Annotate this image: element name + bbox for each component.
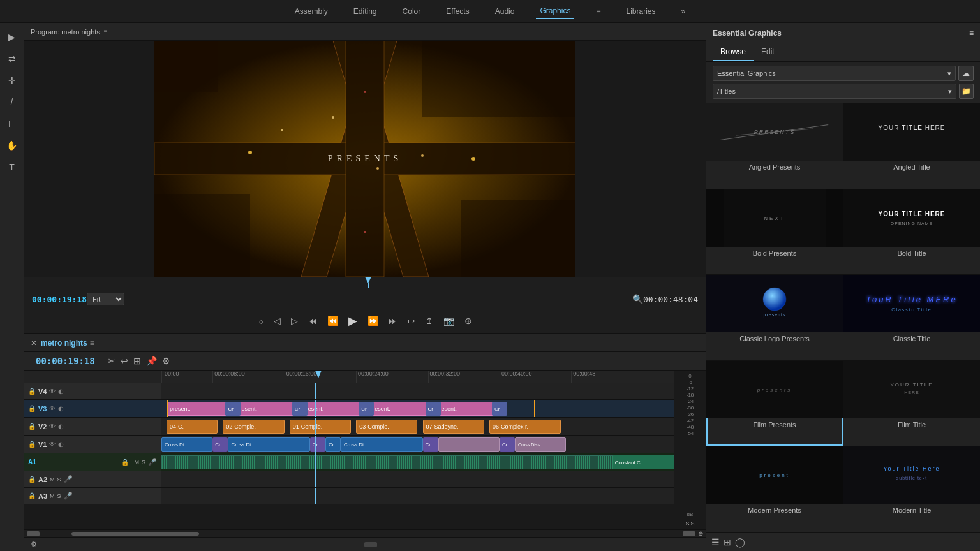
ripple-delete-tool[interactable]: ✂ bbox=[108, 356, 115, 366]
folder-icon[interactable]: 📁 bbox=[959, 84, 974, 99]
template-angled-presents[interactable]: PRESENTS Angled Presents bbox=[706, 103, 843, 189]
template-modern-title[interactable]: Your Title Here subtitle text Modern Tit… bbox=[843, 446, 980, 532]
v1-cr-3[interactable]: Cr bbox=[423, 437, 438, 452]
step-back[interactable]: ⏪ bbox=[325, 314, 341, 327]
razor-tool[interactable]: / bbox=[3, 93, 21, 111]
insert-button[interactable]: ↦ bbox=[405, 314, 418, 327]
export-frame[interactable]: 📷 bbox=[441, 314, 457, 327]
v1-cr-4[interactable]: Cr bbox=[500, 437, 515, 452]
go-to-out[interactable]: ⏭ bbox=[386, 314, 400, 327]
v3-content[interactable]: present. present. present. present. pres… bbox=[161, 400, 674, 417]
v2-content[interactable]: 04-C. 02-Comple. 01-Comple. 03-Comple. 0… bbox=[161, 418, 674, 435]
v2-clip-1[interactable]: 04-C. bbox=[167, 420, 218, 434]
cloud-icon[interactable]: ☁ bbox=[958, 66, 974, 81]
v3-cr-2[interactable]: Cr bbox=[292, 402, 308, 416]
template-classic-logo-presents[interactable]: presents Classic Logo Presents bbox=[706, 275, 843, 360]
tab-edit[interactable]: Edit bbox=[754, 43, 782, 61]
a1-m[interactable]: M bbox=[134, 459, 139, 466]
template-bold-title[interactable]: YOUR TITLE HERE OPENING NAME Bold Title bbox=[843, 189, 980, 275]
step-forward[interactable]: ⏩ bbox=[365, 314, 381, 327]
scroll-left-btn[interactable] bbox=[27, 531, 40, 536]
zoom-thumb[interactable] bbox=[364, 542, 377, 547]
v4-eye[interactable]: 👁 bbox=[49, 388, 56, 395]
v2-clip-3[interactable]: 01-Comple. bbox=[290, 420, 351, 434]
mark-in-button[interactable]: ⬦ bbox=[256, 314, 266, 327]
v1-clip-1[interactable]: Cross Di. bbox=[161, 437, 212, 452]
a3-mic[interactable]: 🎤 bbox=[64, 492, 73, 500]
ripple-edit-tool[interactable]: ✛ bbox=[3, 71, 21, 89]
folder-path-display[interactable]: /Titles ▾ bbox=[713, 84, 956, 99]
step-forward-frame[interactable]: ▷ bbox=[288, 314, 301, 327]
a1-mic[interactable]: 🎤 bbox=[148, 458, 157, 466]
track-select-tool[interactable]: ⇄ bbox=[3, 50, 21, 68]
play-button[interactable]: ▶ bbox=[346, 312, 360, 329]
solo-icon[interactable]: ◯ bbox=[735, 537, 745, 547]
nav-assembly[interactable]: Assembly bbox=[291, 4, 332, 18]
v1-lock[interactable]: 🔒 bbox=[28, 441, 36, 448]
v4-toggle[interactable]: ◐ bbox=[58, 388, 64, 395]
template-film-presents[interactable]: presents Film Presents bbox=[706, 361, 843, 446]
go-to-in[interactable]: ⏮ bbox=[306, 314, 320, 327]
tl-settings-icon[interactable]: ⚙ bbox=[31, 540, 37, 548]
v3-toggle[interactable]: ◐ bbox=[58, 405, 64, 412]
v1-cr-2[interactable]: Cr bbox=[310, 437, 325, 452]
v1-cr-1[interactable]: Cr bbox=[212, 437, 228, 452]
a3-s[interactable]: S bbox=[57, 493, 61, 499]
nav-color[interactable]: Color bbox=[399, 4, 425, 18]
v1-toggle[interactable]: ◐ bbox=[58, 441, 64, 448]
v3-clip-1[interactable]: present. bbox=[167, 402, 228, 416]
v2-clip-5[interactable]: 07-Sadoyne. bbox=[423, 420, 484, 434]
nav-graphics[interactable]: Graphics bbox=[536, 4, 574, 19]
v1-clip-3[interactable]: Cr bbox=[325, 437, 341, 452]
a3-m[interactable]: M bbox=[50, 493, 55, 499]
a3-content[interactable] bbox=[161, 488, 674, 504]
nav-editing[interactable]: Editing bbox=[350, 4, 381, 18]
v3-cr-3[interactable]: Cr bbox=[359, 402, 374, 416]
v3-cr-1[interactable]: Cr bbox=[225, 402, 241, 416]
expand-tracks[interactable]: ⊞ bbox=[133, 356, 141, 366]
template-modern-presents[interactable]: present Modern Presents bbox=[706, 446, 843, 532]
v2-eye[interactable]: 👁 bbox=[49, 423, 56, 430]
selection-tool[interactable]: ▶ bbox=[3, 28, 21, 46]
tab-browse[interactable]: Browse bbox=[713, 43, 754, 61]
v2-clip-4[interactable]: 03-Comple. bbox=[356, 420, 417, 434]
a1-content[interactable]: Constant C bbox=[161, 453, 674, 471]
nav-audio[interactable]: Audio bbox=[491, 4, 519, 18]
nav-graphics-menu[interactable]: ≡ bbox=[592, 4, 604, 18]
v2-clip-6[interactable]: 06-Complex r. bbox=[489, 420, 561, 434]
template-angled-title[interactable]: YOUR TITLE HERE Angled Title bbox=[843, 103, 980, 189]
scroll-right-btn[interactable] bbox=[683, 531, 695, 536]
v3-clip-2[interactable]: present. bbox=[233, 402, 294, 416]
program-monitor-menu[interactable]: ≡ bbox=[104, 28, 108, 35]
scroll-thumb[interactable] bbox=[71, 532, 199, 536]
v3-clip-4[interactable]: present. bbox=[366, 402, 427, 416]
slip-tool[interactable]: ⊢ bbox=[3, 115, 21, 133]
timeline-scrollbar[interactable]: ⊕ bbox=[24, 529, 706, 537]
monitor-timeline[interactable] bbox=[24, 277, 706, 288]
v1-clip-4[interactable]: Cross Di. bbox=[341, 437, 422, 452]
v3-cr-4[interactable]: Cr bbox=[426, 402, 441, 416]
v1-clip-6[interactable]: Cross Diss. bbox=[515, 437, 566, 452]
v3-lock[interactable]: 🔒 bbox=[28, 405, 36, 412]
zoom-icon[interactable]: 🔍 bbox=[632, 294, 643, 304]
undo-button[interactable]: ↩ bbox=[121, 356, 128, 366]
v1-clip-5[interactable] bbox=[438, 437, 500, 452]
a1-s[interactable]: S bbox=[142, 459, 145, 466]
add-to-timeline[interactable]: ⊕ bbox=[462, 314, 475, 327]
a2-s[interactable]: S bbox=[57, 476, 61, 483]
hand-tool[interactable]: ✋ bbox=[3, 136, 21, 154]
template-classic-title[interactable]: TouR Title MERe Classic Title Classic Ti… bbox=[843, 275, 980, 360]
a2-mic[interactable]: 🎤 bbox=[64, 475, 73, 483]
template-bold-presents[interactable]: NEXT Bold Presents bbox=[706, 189, 843, 275]
v3-cr-5[interactable]: Cr bbox=[492, 402, 507, 416]
a1-constant[interactable]: Constant C bbox=[612, 455, 674, 469]
overwrite-button[interactable]: ↥ bbox=[423, 314, 436, 327]
v2-toggle[interactable]: ◐ bbox=[58, 423, 64, 430]
v3-clip-5[interactable]: present. bbox=[433, 402, 494, 416]
v2-lock[interactable]: 🔒 bbox=[28, 423, 36, 430]
nav-libraries[interactable]: Libraries bbox=[622, 4, 659, 18]
step-back-frame[interactable]: ◁ bbox=[271, 314, 283, 327]
settings-tool[interactable]: ⚙ bbox=[162, 356, 170, 366]
v1-content[interactable]: Cross Di. Cr Cross Di. Cr Cr Cross Di. C… bbox=[161, 436, 674, 453]
a1-lock[interactable]: 🔒 bbox=[121, 459, 129, 466]
